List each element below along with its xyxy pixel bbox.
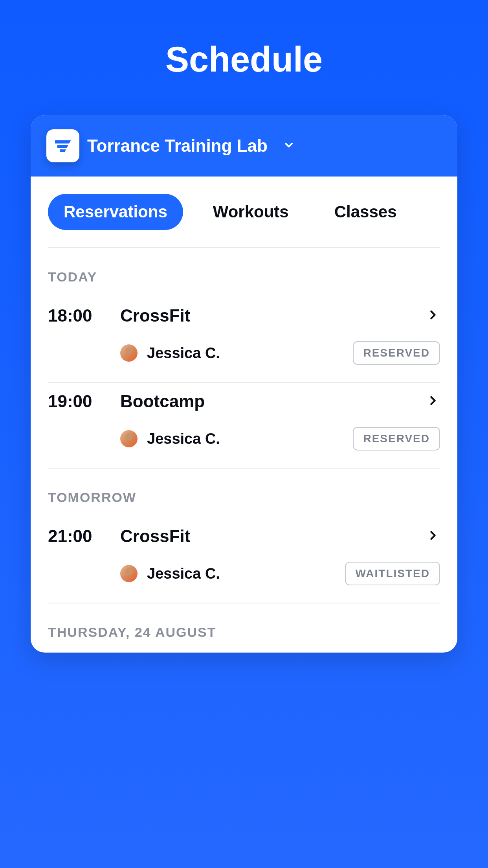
tab-reservations[interactable]: Reservations (48, 194, 183, 230)
location-selector[interactable]: Torrance Training Lab (31, 115, 457, 177)
status-badge: RESERVED (353, 427, 440, 451)
app-logo-icon (46, 129, 79, 162)
chevron-down-icon (283, 139, 295, 153)
chevron-right-icon (426, 394, 440, 409)
class-time: 19:00 (48, 392, 120, 411)
avatar (120, 344, 138, 362)
section-header-today: TODAY (31, 248, 457, 297)
class-name: CrossFit (120, 306, 426, 326)
status-badge: WAITLISTED (345, 562, 440, 585)
chevron-right-icon (426, 308, 440, 324)
class-row[interactable]: 18:00 CrossFit (48, 306, 440, 326)
tab-workouts[interactable]: Workouts (197, 194, 305, 230)
chevron-right-icon (426, 528, 440, 544)
avatar (120, 565, 138, 582)
avatar (120, 430, 138, 447)
instructor-name: Jessica C. (147, 565, 345, 582)
page-title: Schedule (0, 0, 488, 115)
class-item[interactable]: 18:00 CrossFit Jessica C. RESERVED (31, 297, 457, 382)
instructor-name: Jessica C. (147, 345, 353, 362)
class-row[interactable]: 19:00 Bootcamp (48, 392, 440, 411)
instructor-row: Jessica C. WAITLISTED (48, 546, 440, 603)
class-time: 18:00 (48, 306, 120, 326)
instructor-name: Jessica C. (147, 430, 353, 447)
class-time: 21:00 (48, 526, 120, 546)
section-header-tomorrow: TOMORROW (31, 469, 457, 518)
instructor-row: Jessica C. RESERVED (48, 411, 440, 468)
section-header-thursday: THURSDAY, 24 AUGUST (31, 603, 457, 653)
class-row[interactable]: 21:00 CrossFit (48, 526, 440, 546)
instructor-row: Jessica C. RESERVED (48, 326, 440, 382)
class-item[interactable]: 21:00 CrossFit Jessica C. WAITLISTED (31, 518, 457, 603)
location-name: Torrance Training Lab (87, 136, 268, 156)
class-item[interactable]: 19:00 Bootcamp Jessica C. RESERVED (31, 383, 457, 468)
class-name: Bootcamp (120, 392, 426, 411)
schedule-card: Torrance Training Lab Reservations Worko… (31, 115, 457, 653)
class-name: CrossFit (120, 526, 426, 546)
status-badge: RESERVED (353, 341, 440, 365)
tabs: Reservations Workouts Classes (31, 177, 457, 230)
tab-classes[interactable]: Classes (319, 194, 413, 230)
